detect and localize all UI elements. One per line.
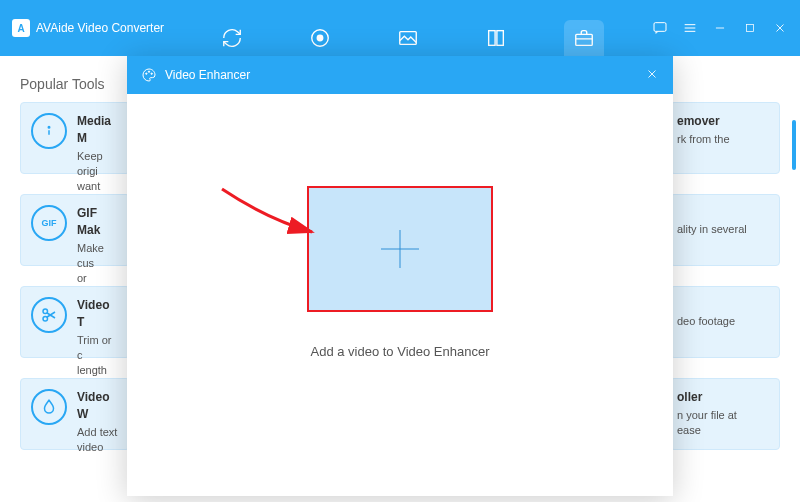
dropzone-label: Add a video to Video Enhancer — [310, 344, 489, 359]
card-title: Media M — [77, 113, 119, 147]
menu-icon — [682, 20, 698, 36]
maximize-button[interactable] — [742, 20, 758, 36]
palette-icon — [141, 67, 157, 83]
card-title: oller — [677, 389, 737, 406]
svg-rect-4 — [497, 31, 503, 46]
card-desc: n your file at ease — [677, 408, 737, 439]
video-enhancer-dialog: Video Enhancer Add a video to Video Enha… — [127, 56, 673, 496]
refresh-icon — [221, 27, 243, 49]
svg-point-12 — [146, 73, 147, 74]
nav-toolbox[interactable] — [564, 20, 604, 56]
minimize-button[interactable] — [712, 20, 728, 36]
card-desc: deo footage — [677, 314, 735, 329]
gif-icon: GIF — [31, 205, 67, 241]
menu-button[interactable] — [682, 20, 698, 36]
tool-card[interactable]: Video TTrim or c length — [20, 286, 130, 358]
dialog-title: Video Enhancer — [165, 68, 250, 82]
toolbox-icon — [573, 27, 595, 49]
card-title: Video W — [77, 389, 119, 423]
scrollbar[interactable] — [792, 120, 796, 170]
tool-card[interactable]: Media MKeep origi want — [20, 102, 130, 174]
close-icon — [773, 21, 787, 35]
tool-card[interactable]: ollern your file at ease — [670, 378, 780, 450]
scissors-icon — [31, 297, 67, 333]
svg-point-1 — [317, 35, 323, 41]
tool-card[interactable]: deo footage — [670, 286, 780, 358]
top-nav — [164, 20, 652, 56]
card-desc: Keep origi want — [77, 149, 119, 195]
minimize-icon — [713, 21, 727, 35]
card-title: GIF Mak — [77, 205, 119, 239]
svg-point-8 — [48, 127, 50, 129]
maximize-icon — [744, 22, 756, 34]
dialog-body: Add a video to Video Enhancer — [127, 94, 673, 359]
close-button[interactable] — [772, 20, 788, 36]
nav-collage[interactable] — [476, 20, 516, 56]
feedback-button[interactable] — [652, 20, 668, 36]
tool-card[interactable]: Video WAdd text video — [20, 378, 130, 450]
svg-rect-7 — [747, 25, 754, 32]
brand: A AVAide Video Converter — [12, 19, 164, 37]
layout-icon — [485, 27, 507, 49]
svg-point-13 — [148, 71, 149, 72]
titlebar: A AVAide Video Converter — [0, 0, 800, 56]
dialog-header: Video Enhancer — [127, 56, 673, 94]
add-video-dropzone[interactable] — [307, 186, 493, 312]
droplet-icon — [31, 389, 67, 425]
circle-dot-icon — [309, 27, 331, 49]
card-title: Video T — [77, 297, 119, 331]
info-icon — [31, 113, 67, 149]
app-title: AVAide Video Converter — [36, 21, 164, 35]
card-desc: ality in several — [677, 222, 747, 237]
card-desc: rk from the — [677, 132, 730, 147]
svg-point-14 — [151, 73, 152, 74]
close-icon — [645, 67, 659, 81]
window-controls — [652, 20, 788, 36]
svg-rect-3 — [489, 31, 495, 46]
dialog-close-button[interactable] — [645, 67, 659, 84]
nav-record[interactable] — [300, 20, 340, 56]
plus-icon — [375, 224, 425, 274]
image-icon — [397, 27, 419, 49]
card-desc: Trim or c length — [77, 333, 119, 379]
tool-card[interactable]: emoverrk from the — [670, 102, 780, 174]
card-desc: Add text video — [77, 425, 119, 456]
nav-convert[interactable] — [212, 20, 252, 56]
brand-logo-icon: A — [12, 19, 30, 37]
tool-card[interactable]: ality in several — [670, 194, 780, 266]
card-title: emover — [677, 113, 730, 130]
nav-mv[interactable] — [388, 20, 428, 56]
svg-rect-5 — [576, 34, 593, 45]
tool-card[interactable]: GIF GIF MakMake cus or image — [20, 194, 130, 266]
chat-icon — [652, 20, 668, 36]
